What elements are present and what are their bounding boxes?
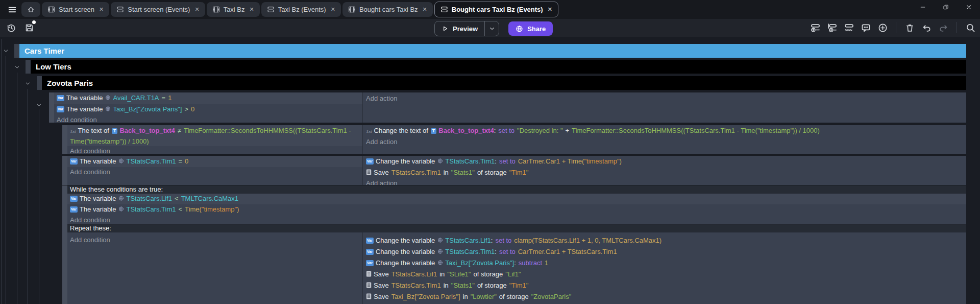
group-cars-timer[interactable]: Cars Timer <box>14 44 966 58</box>
add-condition-button[interactable]: Add condition <box>67 215 966 225</box>
comment-icon[interactable] <box>860 22 871 33</box>
storage-icon <box>366 269 372 280</box>
variable-icon: Var <box>366 158 374 165</box>
variable-icon: Var <box>57 95 64 101</box>
save-button[interactable] <box>23 22 35 33</box>
add-condition-button[interactable]: Add condition <box>67 167 362 177</box>
tab-close-icon[interactable]: ✕ <box>331 6 335 13</box>
tree-guide <box>2 39 2 304</box>
group-zovota-paris[interactable]: Zovota Paris <box>37 76 966 90</box>
trash-icon[interactable] <box>904 22 915 33</box>
conditions-column: TxtThe text ofTBack_to_top_txt4≠TimeForm… <box>67 125 362 154</box>
window-close-button[interactable] <box>957 0 980 14</box>
tab-close-icon[interactable]: ✕ <box>250 6 254 13</box>
event-block-2[interactable]: TxtThe text ofTBack_to_top_txt4≠TimeForm… <box>62 125 966 154</box>
toolbar-center: Preview Share <box>434 21 553 36</box>
tab-bought-cars-taxi-bz[interactable]: Bought cars Taxi Bz✕ <box>342 2 433 17</box>
collapse-chevron-icon[interactable] <box>36 102 42 108</box>
action-row[interactable]: VarChange the variableTStatsCars.Lif1:se… <box>363 235 966 246</box>
conditions-column: VarThe variableTStatsCars.Tim1=0 Add con… <box>67 156 362 185</box>
actions-column: VarChange the variableTStatsCars.Lif1:se… <box>363 232 966 304</box>
drag-handle[interactable] <box>62 156 67 185</box>
preview-dropdown-button[interactable] <box>484 21 499 36</box>
drag-handle[interactable] <box>62 185 67 304</box>
add-circle-icon[interactable] <box>877 22 888 33</box>
action-row[interactable]: SaveTStatsCars.Lif1in"SLife1"of storage"… <box>363 269 966 280</box>
history-icon[interactable] <box>5 22 16 33</box>
drag-handle[interactable] <box>49 92 54 123</box>
condition-row[interactable]: VarThe variableAvail_CAR.T1A=1 <box>54 92 362 104</box>
add-action-button[interactable]: Add action <box>363 92 966 104</box>
drag-handle[interactable] <box>37 76 42 90</box>
tab-bar: Start screen✕Start screen (Events)✕Taxi … <box>0 0 980 19</box>
window-restore-button[interactable] <box>934 0 957 14</box>
while-event-block[interactable]: While these conditions are true: VarThe … <box>62 185 966 304</box>
text-icon: Txt <box>366 129 372 134</box>
condition-row[interactable]: TxtThe text ofTBack_to_top_txt4≠TimeForm… <box>67 125 362 146</box>
tab-list: Start screen✕Start screen (Events)✕Taxi … <box>21 0 558 19</box>
condition-row[interactable]: VarThe variableTaxi_Bz["Zovota Paris"]>0 <box>54 104 362 115</box>
tab-bought-cars-taxi-bz-events[interactable]: Bought cars Taxi Bz (Events)✕ <box>434 2 558 17</box>
tab-taxi-bz[interactable]: Taxi Bz✕ <box>207 2 260 17</box>
event-block-1[interactable]: VarThe variableAvail_CAR.T1A=1 VarThe va… <box>49 92 966 123</box>
while-label: While these conditions are true: <box>67 185 966 194</box>
tab-start-screen[interactable]: Start screen✕ <box>42 2 109 17</box>
drag-handle[interactable] <box>62 125 67 154</box>
share-button[interactable]: Share <box>508 21 553 36</box>
unsaved-changes-dot <box>32 20 36 24</box>
action-row[interactable]: SaveTStatsCars.Tim1in"Stats1"of storage"… <box>363 280 966 291</box>
preview-button[interactable]: Preview <box>434 21 499 36</box>
drag-handle[interactable] <box>26 60 31 74</box>
actions-column: Add action <box>363 92 966 123</box>
tab-home[interactable] <box>21 2 40 17</box>
global-variable-icon <box>118 156 124 167</box>
tab-taxi-bz-events[interactable]: Taxi Bz (Events)✕ <box>261 2 341 17</box>
global-variable-icon <box>105 93 111 104</box>
action-row[interactable]: SaveTStatsCars.Tim1in"Stats1"of storage"… <box>363 167 966 178</box>
collapse-chevron-icon[interactable] <box>3 48 9 54</box>
tab-close-icon[interactable]: ✕ <box>99 6 104 13</box>
collapse-chevron-icon[interactable] <box>14 64 20 70</box>
action-row[interactable]: VarChange the variableTStatsCars.Tim1:se… <box>363 156 966 167</box>
redo-icon[interactable] <box>938 22 949 33</box>
scene-icon <box>47 6 55 13</box>
add-event-icon[interactable] <box>810 22 821 33</box>
collapse-chevron-icon[interactable] <box>25 81 31 86</box>
add-action-button[interactable]: Add action <box>363 178 966 185</box>
scene-icon <box>348 6 356 13</box>
add-condition-button[interactable]: Add condition <box>54 115 362 123</box>
toolbar-divider <box>957 22 957 33</box>
variable-icon: Var <box>366 249 374 255</box>
condition-row[interactable]: VarThe variableTStatsCars.Lif1<TMLTCars.… <box>67 194 966 204</box>
add-subevent-icon[interactable] <box>826 22 838 33</box>
toolbar-left <box>5 22 35 33</box>
scene-icon <box>212 6 220 13</box>
action-row[interactable]: TxtChange the text ofTBack_to_top_txt4:s… <box>363 125 966 137</box>
group-title: Zovota Paris <box>42 76 966 90</box>
group-title: Low Tiers <box>31 60 966 74</box>
search-icon[interactable] <box>965 22 976 33</box>
group-low-tiers[interactable]: Low Tiers <box>26 60 966 74</box>
add-other-event-icon[interactable] <box>843 22 854 33</box>
condition-row[interactable]: VarThe variableTStatsCars.Tim1=0 <box>67 156 362 167</box>
tab-start-screen-events[interactable]: Start screen (Events)✕ <box>111 2 205 17</box>
tab-close-icon[interactable]: ✕ <box>423 6 427 13</box>
drag-handle[interactable] <box>14 44 19 58</box>
tab-close-icon[interactable]: ✕ <box>548 6 552 13</box>
window-minimize-button[interactable] <box>911 0 934 14</box>
add-condition-button[interactable]: Add condition <box>67 146 362 154</box>
add-action-button[interactable]: Add action <box>363 137 966 147</box>
global-variable-icon <box>437 258 443 269</box>
add-condition-button[interactable]: Add condition <box>67 235 362 245</box>
menu-icon[interactable] <box>3 2 21 17</box>
action-row[interactable]: VarChange the variableTStatsCars.Tim1:se… <box>363 246 966 258</box>
undo-icon[interactable] <box>921 22 932 33</box>
toolbar-right <box>810 22 976 33</box>
tab-close-icon[interactable]: ✕ <box>194 6 199 13</box>
events-icon <box>116 6 124 13</box>
condition-row[interactable]: VarThe variableTStatsCars.Tim1<Time("tim… <box>67 204 966 215</box>
action-row[interactable]: VarChange the variableTaxi_Bz["Zovota Pa… <box>363 258 966 269</box>
text-object-icon: T <box>431 128 437 134</box>
event-block-3[interactable]: VarThe variableTStatsCars.Tim1=0 Add con… <box>62 156 966 185</box>
action-row[interactable]: SaveTaxi_Bz["Zovota Paris"]in"Lowtier"of… <box>363 291 966 302</box>
